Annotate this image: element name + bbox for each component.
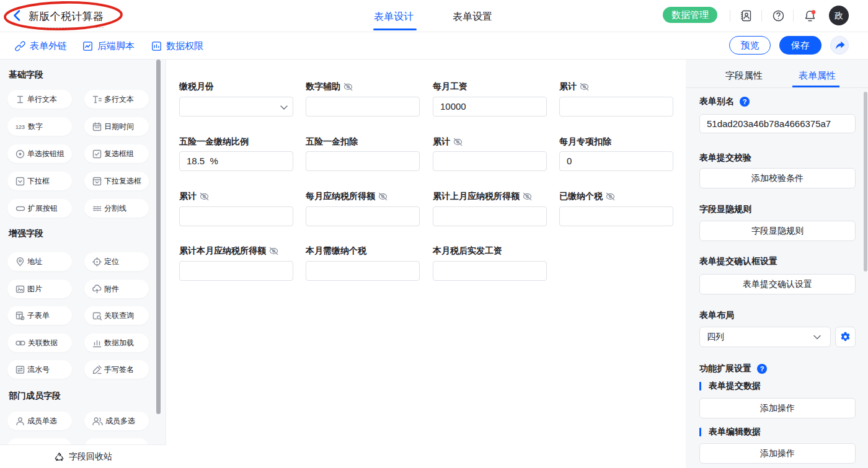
svg-text:123: 123: [16, 124, 25, 130]
